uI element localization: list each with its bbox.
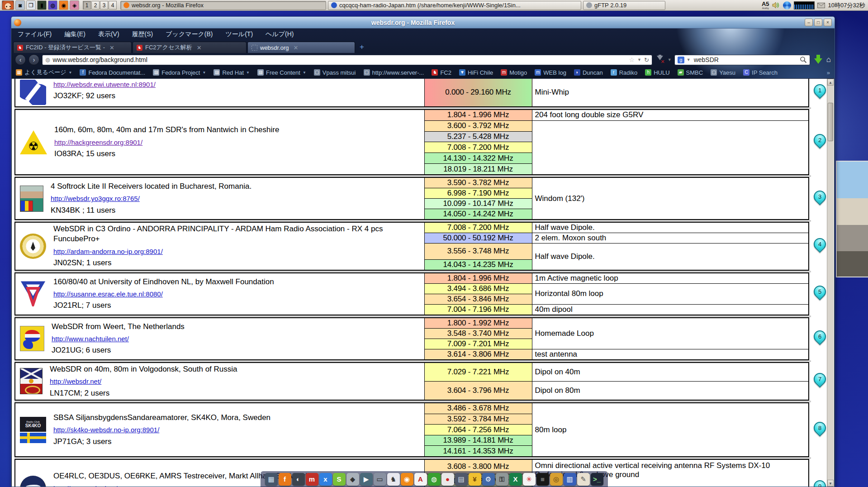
reload-icon[interactable]: ↻ xyxy=(644,57,649,63)
bookmark-radiko[interactable]: rRadiko xyxy=(611,69,637,76)
taskbar-task[interactable]: websdr.org - Mozilla Firefox xyxy=(120,1,326,10)
menu-item[interactable]: 表示(V) xyxy=(98,30,119,38)
bookmark-duncan[interactable]: ◗Duncan xyxy=(574,69,603,76)
bookmark-web-log[interactable]: mWEB log xyxy=(535,69,566,76)
bookmark-smbc[interactable]: ▰SMBC xyxy=(678,69,703,76)
bookmark-free-content[interactable]: ▨Free Content▼ xyxy=(257,69,306,76)
url-input[interactable] xyxy=(52,56,626,63)
green-globe-icon[interactable]: ◍ xyxy=(428,473,441,486)
inkscape-icon[interactable]: ◆ xyxy=(346,473,359,486)
menu-item[interactable]: ブックマーク(B) xyxy=(166,30,213,38)
mail-icon[interactable] xyxy=(817,1,825,10)
menu-item[interactable]: ツール(T) xyxy=(226,30,253,38)
bookmark-vpass[interactable]: ▢Vpass mitsui xyxy=(314,69,356,76)
download-manager-icon[interactable] xyxy=(813,54,824,65)
pdf-reader-icon[interactable]: A xyxy=(414,473,427,486)
blender-icon[interactable]: ◉ xyxy=(401,473,413,486)
removable-media-icon[interactable]: ▦ xyxy=(265,473,278,486)
scroll-down-arrow[interactable]: ▼ xyxy=(827,480,834,487)
menu-item[interactable]: ヘルプ(H) xyxy=(266,30,294,38)
globe-launcher-icon[interactable]: ◍ xyxy=(48,0,57,10)
menu-item[interactable]: 編集(E) xyxy=(64,30,85,38)
station-link[interactable]: http://ardam-andorra.no-ip.org:8901/ xyxy=(53,248,163,255)
magnifier-icon[interactable] xyxy=(800,56,807,63)
notebook-icon[interactable]: ▥ xyxy=(564,473,576,486)
menu-item[interactable]: 履歴(S) xyxy=(132,30,153,38)
tab-close-icon[interactable]: ✕ xyxy=(197,44,202,51)
url-dropdown-icon[interactable]: ▼ xyxy=(637,57,641,62)
bookmark-motigo[interactable]: mMotigo xyxy=(501,69,527,76)
bookmark-star-icon[interactable]: ☆ xyxy=(629,56,635,63)
system-monitor-graph[interactable] xyxy=(794,1,815,10)
workspace-button-2[interactable]: 2 xyxy=(91,1,100,10)
file-manager-icon[interactable]: ▤ xyxy=(455,473,468,486)
station-link[interactable]: http://www.nachtuilen.net/ xyxy=(52,335,129,343)
recorder-icon[interactable]: ● xyxy=(441,473,454,486)
terminal-launcher-icon[interactable]: ▮ xyxy=(37,0,47,10)
bookmark-yaesu[interactable]: ▢Yaesu xyxy=(711,69,735,76)
bookmark-fedora-project[interactable]: ▨Fedora Project▼ xyxy=(153,69,206,76)
avatar[interactable] xyxy=(2,0,14,10)
bookmark-frequent-pages[interactable]: ▦よく見るページ▼ xyxy=(16,68,72,76)
forward-button[interactable]: › xyxy=(28,54,39,65)
back-button[interactable]: ‹ xyxy=(15,54,26,65)
workspace-button-1[interactable]: 1 xyxy=(83,1,91,10)
vertical-scrollbar[interactable]: ▲ ▼ xyxy=(827,79,834,487)
tab-close-icon[interactable]: ✕ xyxy=(294,44,299,51)
scrollbar-thumb[interactable] xyxy=(828,103,833,141)
station-link[interactable]: http://sk4ko-websdr.no-ip.org:8901/ xyxy=(53,426,159,434)
firefox-icon[interactable]: f xyxy=(279,473,291,486)
station-link[interactable]: http://websdr.ewi.utwente.nl:8901/ xyxy=(53,81,156,88)
browser-tab[interactable]: websdr.org✕ xyxy=(247,42,355,53)
station-link[interactable]: http://websdr.yo3ggx.ro:8765/ xyxy=(51,195,140,202)
home-icon[interactable]: ⌂ xyxy=(826,55,831,64)
volume-icon[interactable] xyxy=(772,1,780,10)
download-dropdown-icon[interactable]: ▼ xyxy=(668,57,672,62)
mplayer-icon[interactable]: m xyxy=(306,473,318,486)
station-link[interactable]: http://susanne.esrac.ele.tue.nl:8080/ xyxy=(53,290,163,298)
new-tab-button[interactable]: + xyxy=(356,42,368,53)
taskbar-task[interactable]: gFTP 2.0.19 xyxy=(583,1,665,10)
movie-player-icon[interactable]: ▶ xyxy=(360,473,373,486)
station-link[interactable]: http://hackgreensdr.org:8901/ xyxy=(54,138,142,146)
close-button[interactable]: × xyxy=(824,19,832,26)
settings-icon[interactable]: ⚙ xyxy=(482,473,495,486)
bookmark-red-hat[interactable]: ▨Red Hat▼ xyxy=(213,69,250,76)
swirl-tray-icon[interactable] xyxy=(783,1,791,10)
workspace-button-3[interactable]: 3 xyxy=(100,1,108,10)
station-link[interactable]: http://www.websdr.at/ xyxy=(53,485,118,487)
firefox-launcher-icon[interactable]: ◉ xyxy=(59,0,68,10)
skype-icon[interactable]: S xyxy=(333,473,346,486)
station-link[interactable]: http://websdr.net/ xyxy=(50,377,101,385)
spreadsheet-icon[interactable]: X xyxy=(509,473,522,486)
bookmark-hifi-chile[interactable]: ▼HiFi Chile xyxy=(459,69,493,76)
finance-icon[interactable]: ¥ xyxy=(469,473,481,486)
bookmark-hulu[interactable]: hHULU xyxy=(645,69,669,76)
web-browser-icon[interactable]: ◐ xyxy=(292,473,305,486)
keyring-icon[interactable]: ⚿ xyxy=(496,473,508,486)
bookmark-fedora-docs[interactable]: fFedora Documentat... xyxy=(80,69,145,76)
browser-tab[interactable]: ♞FC2ID - 登録済サービス一覧 -✕ xyxy=(13,42,132,53)
coin-app-icon[interactable]: ◎ xyxy=(550,473,563,486)
browser-tab[interactable]: ♞FC2アクセス解析✕ xyxy=(133,42,247,53)
windows-launcher-icon[interactable]: ❐ xyxy=(26,0,36,10)
scroll-up-arrow[interactable]: ▲ xyxy=(827,79,834,86)
screenshot-launcher-icon[interactable]: ◙ xyxy=(15,0,25,10)
minimize-button[interactable]: – xyxy=(805,19,813,26)
tab-close-icon[interactable]: ✕ xyxy=(109,44,114,51)
google-engine-icon[interactable]: g xyxy=(678,57,684,63)
taskbar-task[interactable]: cqcqcq-ham-radio-Japan.htm (/share/home/… xyxy=(328,1,581,10)
bookmark-server[interactable]: ▢http://www.server-... xyxy=(364,69,424,76)
search-bar[interactable]: g ▼ xyxy=(674,55,810,65)
terminal-icon[interactable]: >_ xyxy=(591,473,603,486)
window-titlebar[interactable]: websdr.org - Mozilla Firefox – □ × xyxy=(11,17,835,29)
window-manager-icon[interactable]: ▭ xyxy=(374,473,386,486)
knight-app-icon[interactable]: ♞ xyxy=(387,473,400,486)
workspace-button-4[interactable]: 4 xyxy=(109,1,117,10)
bookmark-ip-search[interactable]: CIP Search xyxy=(743,69,778,76)
xchat-icon[interactable]: x xyxy=(319,473,332,486)
search-input[interactable] xyxy=(693,56,797,64)
download-status-icon[interactable]: ✕ xyxy=(655,55,665,65)
bookmarks-overflow-icon[interactable]: » xyxy=(827,69,830,76)
burst-app-icon[interactable]: ✳ xyxy=(523,473,536,486)
